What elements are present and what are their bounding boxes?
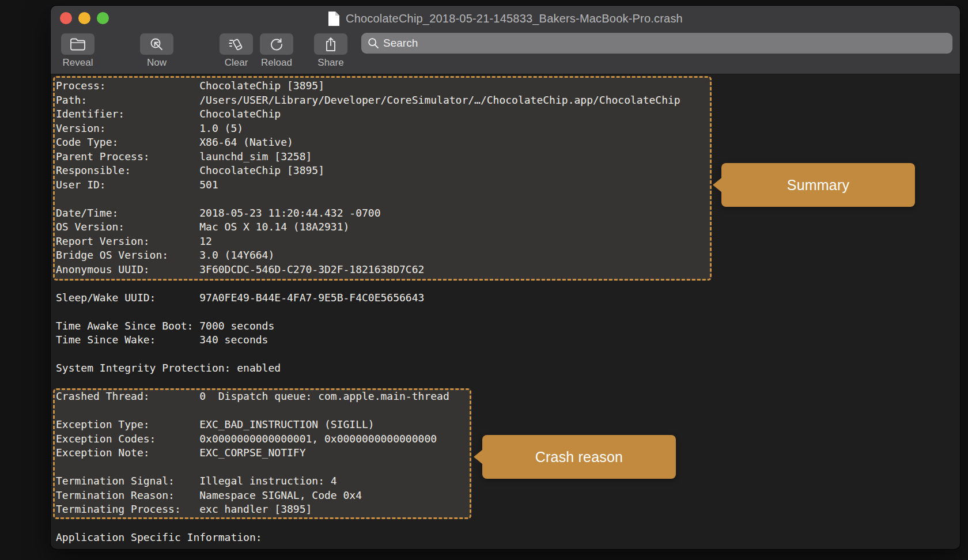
jump-to-now-icon <box>149 37 164 52</box>
minimize-button[interactable] <box>78 12 90 24</box>
window-title: ChocolateChip_2018-05-21-145833_Bakers-M… <box>346 12 683 25</box>
summary-callout: Summary <box>721 163 915 207</box>
toolbar-group-now: Now <box>133 33 181 69</box>
share-button-label: Share <box>307 57 355 69</box>
crash-reason-callout: Crash reason <box>482 435 676 479</box>
reveal-button-label: Reveal <box>54 57 102 69</box>
now-button[interactable] <box>140 33 173 55</box>
clear-button[interactable] <box>220 33 253 55</box>
reload-button-label: Reload <box>252 57 301 69</box>
reveal-button[interactable] <box>61 33 94 55</box>
reload-button[interactable] <box>260 33 293 55</box>
zoom-button[interactable] <box>97 12 109 24</box>
summary-callout-label: Summary <box>787 177 849 194</box>
clear-icon <box>228 37 244 52</box>
reload-icon <box>269 37 284 52</box>
search-field <box>361 33 952 54</box>
close-button[interactable] <box>60 12 72 24</box>
share-icon <box>324 36 338 52</box>
share-button[interactable] <box>314 33 347 55</box>
search-input[interactable] <box>361 33 952 54</box>
now-button-label: Now <box>133 57 181 69</box>
toolbar-group-reveal: Reveal <box>54 33 102 69</box>
crash-report-window: ChocolateChip_2018-05-21-145833_Bakers-M… <box>51 6 960 549</box>
search-icon <box>368 37 379 49</box>
titlebar: ChocolateChip_2018-05-21-145833_Bakers-M… <box>51 6 960 31</box>
folder-icon <box>69 37 86 51</box>
toolbar-group-reload: Reload <box>252 33 301 69</box>
toolbar-group-share: Share <box>307 33 355 69</box>
crash-reason-callout-label: Crash reason <box>535 449 623 466</box>
document-icon <box>328 11 340 27</box>
window-chrome: ChocolateChip_2018-05-21-145833_Bakers-M… <box>51 6 960 74</box>
